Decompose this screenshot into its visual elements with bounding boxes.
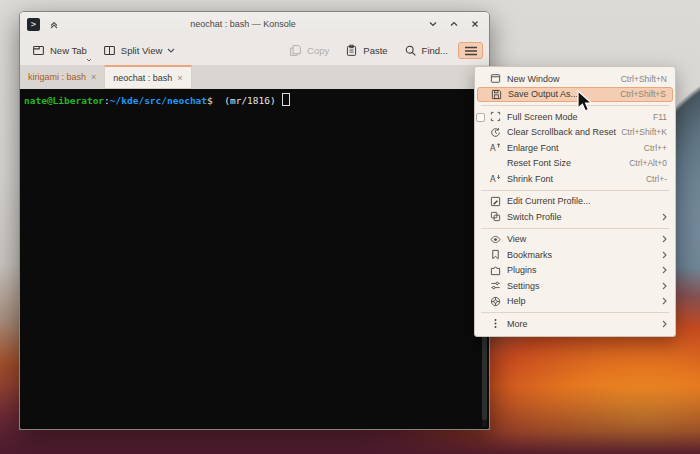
menu-item-switch-profile[interactable]: Switch Profile bbox=[475, 209, 675, 225]
hamburger-menu-button[interactable] bbox=[458, 42, 483, 59]
submenu-arrow-icon bbox=[662, 320, 667, 328]
submenu-arrow-icon bbox=[662, 266, 667, 274]
titlebar[interactable]: > neochat : bash — Konsole bbox=[20, 12, 489, 36]
menu-item-more[interactable]: More bbox=[475, 316, 675, 332]
menu-item-new-window[interactable]: New Window Ctrl+Shift+N bbox=[475, 71, 675, 87]
fullscreen-checkbox[interactable] bbox=[476, 113, 485, 122]
menu-item-shortcut: Ctrl+Alt+0 bbox=[629, 158, 667, 168]
window-title: neochat : bash — Konsole bbox=[67, 19, 419, 29]
find-button[interactable]: Find... bbox=[398, 40, 454, 61]
menu-item-reset-font-size[interactable]: Reset Font Size Ctrl+Alt+0 bbox=[475, 156, 675, 172]
menu-item-label: Settings bbox=[507, 281, 540, 291]
no-icon bbox=[489, 157, 501, 169]
svg-text:A: A bbox=[490, 143, 496, 153]
konsole-app-icon: > bbox=[27, 18, 40, 31]
menu-item-enlarge-font[interactable]: A Enlarge Font Ctrl++ bbox=[475, 140, 675, 156]
menu-item-shortcut: Ctrl+Shift+K bbox=[621, 127, 667, 137]
menu-item-shortcut: Ctrl++ bbox=[644, 143, 667, 153]
new-window-icon bbox=[489, 73, 501, 85]
tab-close-icon[interactable]: × bbox=[177, 73, 182, 83]
paste-button[interactable]: Paste bbox=[339, 40, 393, 61]
save-output-icon bbox=[490, 88, 502, 100]
new-tab-label: New Tab bbox=[50, 45, 87, 56]
find-label: Find... bbox=[422, 45, 448, 56]
submenu-arrow-icon bbox=[662, 235, 667, 243]
menu-item-label: Enlarge Font bbox=[507, 143, 559, 153]
submenu-arrow-icon bbox=[662, 282, 667, 290]
menu-item-settings[interactable]: Settings bbox=[475, 278, 675, 294]
terminal-view[interactable]: nate@Liberator:~/kde/src/neochat$ (mr/18… bbox=[20, 89, 489, 429]
split-view-button[interactable]: Split View bbox=[97, 40, 182, 61]
menu-separator bbox=[481, 228, 669, 229]
submenu-arrow-icon bbox=[662, 251, 667, 259]
close-button[interactable] bbox=[467, 17, 482, 32]
menu-item-save-output-as[interactable]: Save Output As... Ctrl+Shift+S bbox=[477, 87, 673, 103]
new-tab-menu-caret-icon[interactable] bbox=[86, 58, 92, 62]
eye-icon bbox=[489, 233, 501, 245]
chevron-down-icon bbox=[167, 48, 175, 53]
clear-history-icon bbox=[489, 126, 501, 138]
menu-item-label: Reset Font Size bbox=[507, 158, 571, 168]
mouse-cursor bbox=[577, 90, 593, 113]
konsole-window: > neochat : bash — Konsole New Tab bbox=[19, 11, 490, 430]
menu-item-label: Clear Scrollback and Reset bbox=[507, 127, 616, 137]
menu-item-view[interactable]: View bbox=[475, 232, 675, 248]
menu-item-shortcut: Ctrl+Shift+N bbox=[621, 74, 667, 84]
bookmark-icon bbox=[489, 249, 501, 261]
help-icon bbox=[489, 295, 501, 307]
edit-profile-icon bbox=[489, 195, 501, 207]
more-icon bbox=[489, 318, 501, 330]
tab-kirigami-bash[interactable]: kirigami : bash × bbox=[20, 65, 104, 89]
paste-icon bbox=[345, 44, 358, 57]
menu-item-plugins[interactable]: Plugins bbox=[475, 263, 675, 279]
minimize-button[interactable] bbox=[425, 17, 440, 32]
tab-bar: kirigami : bash × neochat : bash × bbox=[20, 65, 489, 89]
copy-button[interactable]: Copy bbox=[283, 40, 335, 61]
menu-separator bbox=[481, 105, 669, 106]
copy-label: Copy bbox=[307, 45, 329, 56]
menu-item-label: Shrink Font bbox=[507, 174, 553, 184]
copy-icon bbox=[289, 44, 302, 57]
menu-item-label: Full Screen Mode bbox=[507, 112, 578, 122]
new-tab-icon bbox=[32, 44, 45, 57]
menu-item-label: New Window bbox=[507, 74, 560, 84]
menu-separator bbox=[481, 190, 669, 191]
split-view-label: Split View bbox=[121, 45, 163, 56]
menu-item-shrink-font[interactable]: A Shrink Font Ctrl+- bbox=[475, 171, 675, 187]
desktop-wallpaper: > neochat : bash — Konsole New Tab bbox=[0, 0, 700, 454]
settings-icon bbox=[489, 280, 501, 292]
tab-close-icon[interactable]: × bbox=[91, 72, 96, 82]
menu-item-label: Bookmarks bbox=[507, 250, 552, 260]
menu-item-bookmarks[interactable]: Bookmarks bbox=[475, 247, 675, 263]
menu-item-help[interactable]: Help bbox=[475, 294, 675, 310]
menu-item-shortcut: Ctrl+- bbox=[646, 174, 667, 184]
tab-neochat-bash[interactable]: neochat : bash × bbox=[104, 65, 191, 89]
menu-item-label: Edit Current Profile... bbox=[507, 196, 591, 206]
split-view-icon bbox=[103, 44, 116, 57]
tab-label: neochat : bash bbox=[113, 73, 172, 83]
menu-separator bbox=[481, 312, 669, 313]
search-icon bbox=[404, 44, 417, 57]
menu-item-edit-current-profile[interactable]: Edit Current Profile... bbox=[475, 194, 675, 210]
menu-item-label: More bbox=[507, 319, 528, 329]
menu-item-label: View bbox=[507, 234, 526, 244]
menu-item-label: Plugins bbox=[507, 265, 537, 275]
svg-text:A: A bbox=[490, 174, 496, 184]
prompt-user-host: nate@Liberator bbox=[24, 95, 104, 106]
hamburger-icon bbox=[464, 46, 478, 56]
menu-item-clear-scrollback[interactable]: Clear Scrollback and Reset Ctrl+Shift+K bbox=[475, 125, 675, 141]
fullscreen-icon bbox=[489, 111, 501, 123]
toolbar: New Tab Split View Copy bbox=[20, 36, 489, 65]
enlarge-font-icon: A bbox=[489, 142, 501, 154]
maximize-button[interactable] bbox=[446, 17, 461, 32]
menu-item-label: Switch Profile bbox=[507, 212, 562, 222]
new-tab-button[interactable]: New Tab bbox=[26, 40, 93, 61]
paste-label: Paste bbox=[363, 45, 387, 56]
terminal-prompt-line: nate@Liberator:~/kde/src/neochat$ (mr/18… bbox=[24, 93, 290, 106]
plugin-icon bbox=[489, 264, 501, 276]
menu-item-full-screen-mode[interactable]: Full Screen Mode F11 bbox=[475, 109, 675, 125]
hamburger-dropdown-menu: New Window Ctrl+Shift+N Save Output As..… bbox=[474, 66, 676, 337]
menu-item-shortcut: Ctrl+Shift+S bbox=[620, 89, 666, 99]
submenu-arrow-icon bbox=[662, 213, 667, 221]
keep-above-icon[interactable] bbox=[46, 17, 61, 32]
